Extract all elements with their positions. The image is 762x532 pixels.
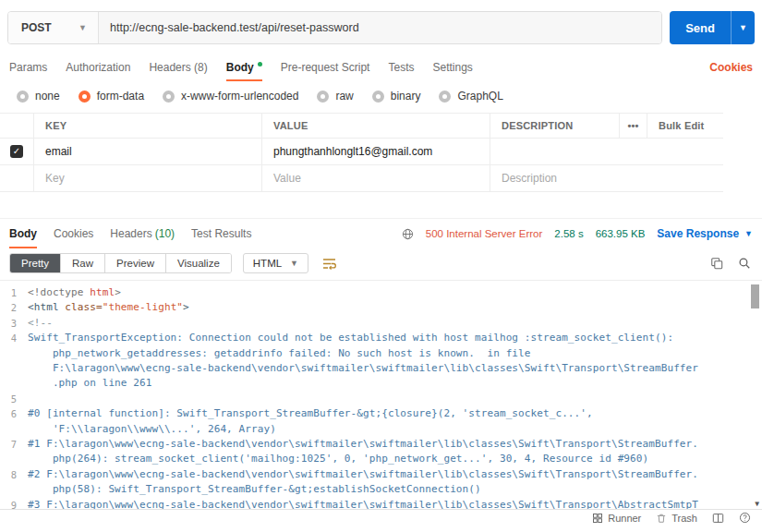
line-text: <!-- <box>28 316 53 331</box>
request-tab-body[interactable]: Body <box>226 54 262 81</box>
code-line: php(264): stream_socket_client('mailhog:… <box>0 452 762 466</box>
trash-label: Trash <box>671 513 697 524</box>
line-number: 4 <box>0 331 28 345</box>
line-number: 3 <box>0 316 28 331</box>
method-select[interactable]: POST ▼ <box>8 12 99 43</box>
request-tab-tests[interactable]: Tests <box>388 54 414 81</box>
trash-button[interactable]: Trash <box>656 513 697 524</box>
line-number <box>0 452 28 466</box>
form-data-table: KEY VALUE DESCRIPTION ••• Bulk Edit ✓ em… <box>0 113 723 192</box>
code-line: 3<!-- <box>0 316 762 331</box>
view-mode-visualize[interactable]: Visualize <box>166 254 231 272</box>
line-number: 2 <box>0 300 28 315</box>
response-tab-cookies[interactable]: Cookies <box>54 219 93 248</box>
row-checkbox-cell <box>0 165 34 191</box>
line-text: 'F:\\laragon\\www\\...', 264, Array) <box>28 422 276 437</box>
body-type-form-data[interactable]: form-data <box>79 90 144 103</box>
response-meta: 500 Internal Server Error 2.58 s 663.95 … <box>402 227 753 240</box>
save-response-button[interactable]: Save Response ▼ <box>657 227 753 240</box>
more-options-icon[interactable]: ••• <box>620 114 647 138</box>
line-text: #3 F:\laragon\www\ecng-sale-backend\vend… <box>28 498 698 509</box>
row-checkbox[interactable]: ✓ <box>10 145 23 158</box>
code-line: 2<html class="theme-light"> <box>0 300 762 315</box>
value-cell[interactable]: phungthanhlonglt16@gmail.com <box>262 139 490 164</box>
body-type-binary[interactable]: binary <box>372 90 421 103</box>
postman-app: POST ▼ http://ecng-sale-backend.test/api… <box>0 0 762 526</box>
body-type-raw[interactable]: raw <box>317 90 353 103</box>
body-type-graphql[interactable]: GraphQL <box>439 90 502 103</box>
trash-icon <box>656 513 667 524</box>
select-all-cell[interactable] <box>0 114 34 138</box>
radio-icon <box>439 91 451 103</box>
request-tabs: ParamsAuthorizationHeaders (8)BodyPre-re… <box>0 54 762 81</box>
code-line: 6#0 [internal function]: Swift_Transport… <box>0 406 762 421</box>
two-pane-view-icon[interactable] <box>712 513 724 524</box>
body-type-x-www-form-urlencoded[interactable]: x-www-form-urlencoded <box>163 90 298 103</box>
response-tab-body[interactable]: Body <box>9 219 37 248</box>
wrap-lines-icon[interactable] <box>321 257 337 271</box>
key-cell[interactable]: email <box>34 139 262 164</box>
runner-label: Runner <box>608 513 641 524</box>
runner-grid-icon <box>592 513 603 524</box>
chevron-down-icon: ▼ <box>744 229 753 238</box>
line-number: 9 <box>0 498 28 509</box>
description-input-placeholder[interactable]: Description <box>490 165 723 191</box>
response-tab-headers[interactable]: Headers(10) <box>110 219 175 248</box>
footer-bar: Runner Trash <box>0 509 762 526</box>
code-line: .php on line 261 <box>0 376 762 391</box>
help-icon[interactable] <box>739 512 751 524</box>
radio-icon <box>163 91 175 103</box>
request-tab-headers-8[interactable]: Headers (8) <box>149 54 207 81</box>
request-tab-pre-request-script[interactable]: Pre-request Script <box>281 54 370 81</box>
request-tab-params[interactable]: Params <box>9 54 47 81</box>
response-header: BodyCookiesHeaders(10)Test Results 500 I… <box>0 219 762 248</box>
view-mode-preview[interactable]: Preview <box>105 254 166 272</box>
line-text: php(264): stream_socket_client('mailhog:… <box>28 452 648 466</box>
response-time: 2.58 s <box>554 228 583 239</box>
url-input[interactable]: http://ecng-sale-backend.test/api/reset-… <box>99 12 661 43</box>
description-cell[interactable] <box>490 139 723 164</box>
search-icon[interactable] <box>738 257 751 270</box>
code-line: 'F:\\laragon\\www\\...', 264, Array) <box>0 422 762 437</box>
body-present-dot <box>258 62 262 66</box>
chevron-down-icon: ▼ <box>79 23 87 32</box>
response-body-code[interactable]: 1<!doctype html>2<html class="theme-ligh… <box>0 280 762 509</box>
url-text: http://ecng-sale-backend.test/api/reset-… <box>110 21 359 34</box>
line-text: Swift_TransportException: Connection cou… <box>28 331 673 345</box>
key-input-placeholder[interactable]: Key <box>34 165 262 191</box>
bulk-edit-button[interactable]: Bulk Edit <box>647 114 723 138</box>
body-type-list: noneform-datax-www-form-urlencodedrawbin… <box>0 81 762 113</box>
scrollbar-thumb[interactable] <box>751 284 759 308</box>
code-line: 8#2 F:\laragon\www\ecng-sale-backend\ven… <box>0 467 762 482</box>
runner-button[interactable]: Runner <box>592 513 641 524</box>
request-bar: POST ▼ http://ecng-sale-backend.test/api… <box>0 0 762 54</box>
line-text: #2 F:\laragon\www\ecng-sale-backend\vend… <box>28 467 698 482</box>
radio-icon <box>17 91 29 103</box>
value-input-placeholder[interactable]: Value <box>262 165 490 191</box>
network-globe-icon <box>402 228 414 240</box>
view-mode-raw[interactable]: Raw <box>61 254 105 272</box>
chevron-down-icon: ▼ <box>290 259 298 268</box>
send-button-group: Send ▼ <box>670 11 755 44</box>
line-number <box>0 361 28 376</box>
line-number: 8 <box>0 467 28 482</box>
response-tab-test-results[interactable]: Test Results <box>191 219 251 248</box>
code-line: 4Swift_TransportException: Connection co… <box>0 331 762 345</box>
body-type-none[interactable]: none <box>17 90 60 103</box>
line-text: #0 [internal function]: Swift_Transport_… <box>28 406 593 421</box>
request-tab-settings[interactable]: Settings <box>432 54 472 81</box>
cookies-link[interactable]: Cookies <box>709 61 753 74</box>
view-mode-pretty[interactable]: Pretty <box>10 254 61 272</box>
line-text: .php on line 261 <box>28 376 151 391</box>
table-row-empty: Key Value Description <box>0 165 723 192</box>
key-column-header: KEY <box>34 114 262 138</box>
scroll-down-icon[interactable]: ▼ <box>755 500 759 508</box>
send-options-button[interactable]: ▼ <box>731 11 755 44</box>
format-select[interactable]: HTML ▼ <box>243 253 308 273</box>
request-tab-authorization[interactable]: Authorization <box>66 54 130 81</box>
copy-icon[interactable] <box>710 257 723 270</box>
line-number <box>0 376 28 391</box>
line-number: 1 <box>0 285 28 300</box>
code-line: 9#3 F:\laragon\www\ecng-sale-backend\ven… <box>0 498 762 509</box>
send-button[interactable]: Send <box>670 11 731 44</box>
